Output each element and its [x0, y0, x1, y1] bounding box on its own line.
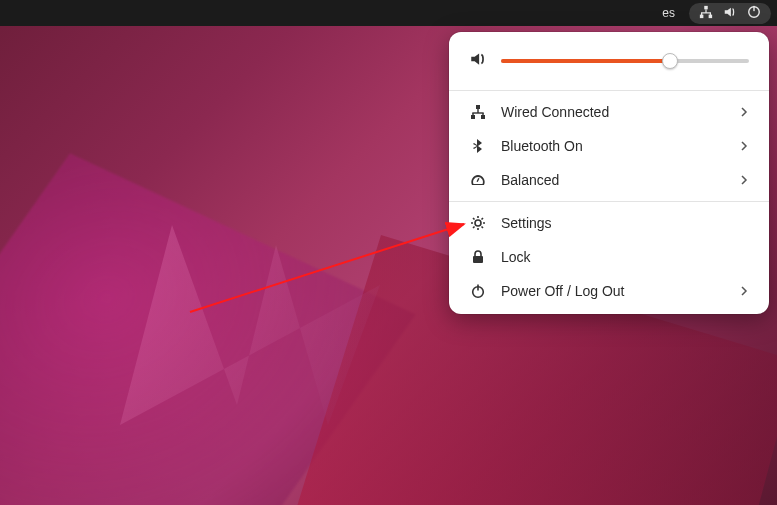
menu-item-settings[interactable]: Settings — [449, 206, 769, 240]
menu-item-poweroff[interactable]: Power Off / Log Out — [449, 274, 769, 308]
volume-row — [449, 38, 769, 86]
menu-item-power-mode[interactable]: Balanced — [449, 163, 769, 197]
chevron-right-icon — [739, 104, 749, 120]
menu-item-label: Balanced — [501, 172, 739, 188]
network-icon — [699, 5, 713, 22]
menu-separator — [449, 90, 769, 91]
menu-separator — [449, 201, 769, 202]
svg-line-25 — [482, 218, 484, 220]
menu-item-wired[interactable]: Wired Connected — [449, 95, 769, 129]
svg-line-22 — [473, 218, 475, 220]
volume-slider-thumb[interactable] — [662, 53, 678, 69]
menu-item-bluetooth[interactable]: Bluetooth On — [449, 129, 769, 163]
menu-item-label: Settings — [501, 215, 749, 231]
chevron-right-icon — [739, 172, 749, 188]
chevron-right-icon — [739, 283, 749, 299]
volume-slider[interactable] — [501, 59, 749, 63]
menu-item-lock[interactable]: Lock — [449, 240, 769, 274]
keyboard-language-indicator[interactable]: es — [662, 6, 675, 20]
svg-line-24 — [473, 227, 475, 229]
menu-item-label: Power Off / Log Out — [501, 283, 739, 299]
bluetooth-icon — [469, 137, 487, 155]
system-status-area[interactable] — [689, 3, 771, 24]
menu-item-label: Lock — [501, 249, 749, 265]
volume-slider-fill — [501, 59, 670, 63]
svg-rect-8 — [753, 5, 754, 10]
power-icon — [747, 5, 761, 22]
system-menu-popup: Wired Connected Bluetooth On Balanced Se… — [449, 32, 769, 314]
svg-rect-16 — [477, 178, 480, 182]
svg-rect-26 — [473, 256, 483, 263]
speedometer-icon — [469, 171, 487, 189]
wired-network-icon — [469, 103, 487, 121]
menu-item-label: Bluetooth On — [501, 138, 739, 154]
menu-item-label: Wired Connected — [501, 104, 739, 120]
speaker-icon — [469, 50, 501, 72]
lock-icon — [469, 248, 487, 266]
chevron-right-icon — [739, 138, 749, 154]
svg-rect-28 — [477, 285, 479, 291]
svg-rect-6 — [701, 12, 711, 13]
gear-icon — [469, 214, 487, 232]
top-bar: es — [0, 0, 777, 26]
svg-line-23 — [482, 227, 484, 229]
svg-rect-0 — [704, 5, 708, 9]
volume-icon — [723, 5, 737, 22]
svg-point-17 — [475, 220, 481, 226]
svg-rect-15 — [472, 112, 483, 113]
svg-rect-9 — [476, 105, 480, 109]
power-icon — [469, 282, 487, 300]
